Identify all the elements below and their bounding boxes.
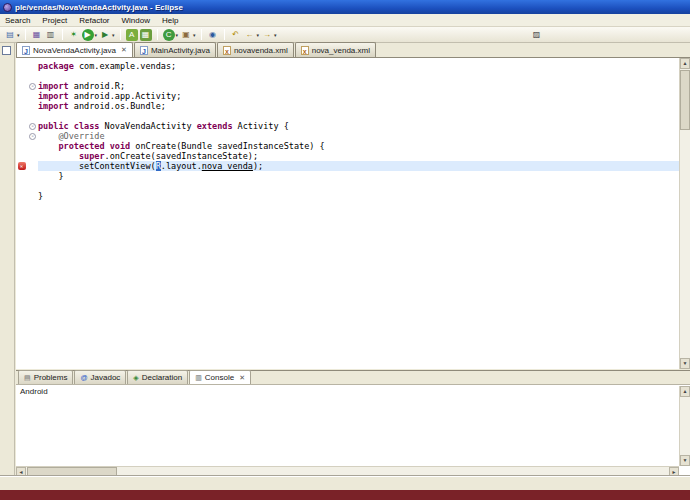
scroll-up-icon[interactable]: ▲ (680, 386, 690, 397)
code-text: import android.R; (38, 81, 679, 91)
editor-tab-mainactivity-java[interactable]: JMainActivity.java (134, 42, 216, 57)
token-p: onCreate(Bundle savedInstanceState) { (130, 141, 324, 151)
bottom-view-panel: ▤Problems@Javadoc◈Declaration▥Console✕ A… (16, 370, 690, 476)
code-line-4[interactable]: import android.app.Activity; (16, 91, 679, 101)
java-file-icon: J (140, 46, 148, 55)
view-tab-label: Console (205, 373, 234, 382)
marker-column (16, 91, 27, 101)
avd-manager-icon[interactable]: ▦ (140, 29, 152, 41)
search-icon[interactable]: ◉ (207, 29, 219, 41)
code-text: package com.example.vendas; (38, 61, 679, 71)
scroll-down-icon[interactable]: ▼ (680, 358, 690, 369)
fold-column (27, 101, 38, 111)
editor-vertical-scrollbar[interactable]: ▲ ▼ (679, 58, 690, 369)
dropdown-arrow-icon[interactable]: ▾ (193, 32, 196, 38)
editor-tab-novavenda-xml[interactable]: xnovavenda.xml (217, 42, 294, 57)
menu-help[interactable]: Help (162, 16, 178, 25)
fold-collapse-icon[interactable]: - (29, 123, 36, 130)
view-tab-problems[interactable]: ▤Problems (18, 370, 73, 384)
token-p: .onCreate(savedInstanceState); (105, 151, 259, 161)
console-horizontal-scrollbar[interactable]: ◄ ► (16, 466, 679, 476)
scrollbar-thumb[interactable] (680, 70, 690, 130)
token-p: .layout. (161, 161, 202, 171)
marker-column (16, 131, 27, 141)
android-sdk-manager-icon[interactable]: A (126, 29, 138, 41)
run-icon[interactable]: ▶▾ (82, 29, 98, 41)
code-line-3[interactable]: -import android.R; (16, 81, 679, 91)
scroll-up-icon[interactable]: ▲ (680, 58, 690, 69)
view-tab-javadoc[interactable]: @Javadoc (74, 370, 126, 384)
scroll-right-icon[interactable]: ► (669, 467, 679, 476)
code-line-12[interactable]: } (16, 171, 679, 181)
restore-view-icon[interactable] (2, 46, 11, 55)
token-p: } (38, 191, 43, 201)
fold-collapse-icon[interactable]: - (29, 83, 36, 90)
marker-column (16, 111, 27, 121)
error-marker-icon[interactable]: ✕ (18, 162, 26, 170)
menu-window[interactable]: Window (122, 16, 150, 25)
fold-collapse-icon[interactable]: - (29, 133, 36, 140)
bottom-tab-bar: ▤Problems@Javadoc◈Declaration▥Console✕ (16, 371, 690, 385)
token-p (38, 151, 79, 161)
menu-refactor[interactable]: Refactor (79, 16, 109, 25)
dropdown-arrow-icon[interactable]: ▾ (17, 32, 20, 38)
open-perspective-icon-glyph: ▨ (531, 29, 543, 41)
code-line-2[interactable] (16, 71, 679, 81)
new-java-class-icon[interactable]: C▾ (163, 29, 179, 41)
open-perspective-icon[interactable]: ▨ (531, 29, 543, 41)
token-kw: import (38, 91, 69, 101)
last-edit-location-icon[interactable]: ↶ (230, 29, 242, 41)
menu-search[interactable]: Search (5, 16, 30, 25)
bottom-maroon-bar (0, 490, 690, 500)
token-p: } (38, 171, 64, 181)
dropdown-arrow-icon[interactable]: ▾ (95, 32, 98, 38)
code-line-11[interactable]: ✕ setContentView(R.layout.nova_venda); (16, 161, 679, 171)
token-kw: package (38, 61, 74, 71)
scroll-down-icon[interactable]: ▼ (680, 455, 690, 466)
editor-tab-novavendaactivity-java[interactable]: JNovaVendaActivity.java✕ (16, 42, 133, 57)
token-p: ); (253, 161, 263, 171)
xml-file-icon: x (301, 46, 309, 55)
dropdown-arrow-icon[interactable]: ▾ (257, 32, 260, 38)
toolbar-separator (62, 29, 63, 40)
editor-tab-label: MainActivity.java (151, 46, 210, 55)
scroll-left-icon[interactable]: ◄ (16, 467, 26, 476)
save-icon[interactable]: ▦ (31, 29, 43, 41)
dropdown-arrow-icon[interactable]: ▾ (176, 32, 179, 38)
external-tools-icon[interactable]: ▶▾ (99, 29, 115, 41)
close-tab-icon[interactable]: ✕ (239, 374, 245, 382)
code-line-1[interactable]: package com.example.vendas; (16, 61, 679, 71)
back-icon[interactable]: ←▾ (244, 29, 260, 41)
menu-project[interactable]: Project (42, 16, 67, 25)
marker-column: ✕ (16, 161, 27, 171)
scrollbar-thumb[interactable] (27, 467, 117, 476)
view-tab-declaration[interactable]: ◈Declaration (127, 370, 188, 384)
editor-tab-nova-venda-xml[interactable]: xnova_venda.xml (295, 42, 376, 57)
code-area[interactable]: package com.example.vendas;-import andro… (16, 58, 679, 369)
console-output[interactable] (16, 397, 679, 466)
print-icon-glyph: ▥ (45, 29, 57, 41)
new-wizard-icon-glyph: ▤ (4, 29, 16, 41)
forward-icon[interactable]: →▾ (261, 29, 277, 41)
debug-icon[interactable]: ✶ (68, 29, 80, 41)
view-tab-console[interactable]: ▥Console✕ (189, 370, 251, 384)
dropdown-arrow-icon[interactable]: ▾ (112, 32, 115, 38)
code-line-8[interactable]: - @Override (16, 131, 679, 141)
console-vertical-scrollbar[interactable]: ▲ ▼ (679, 386, 690, 466)
print-icon[interactable]: ▥ (45, 29, 57, 41)
code-line-5[interactable]: import android.os.Bundle; (16, 101, 679, 111)
code-line-6[interactable] (16, 111, 679, 121)
token-kw: super (79, 151, 105, 161)
code-text: protected void onCreate(Bundle savedInst… (38, 141, 679, 151)
fold-column (27, 91, 38, 101)
new-wizard-icon[interactable]: ▤▾ (4, 29, 20, 41)
code-line-14[interactable]: } (16, 191, 679, 201)
code-line-7[interactable]: -public class NovaVendaActivity extends … (16, 121, 679, 131)
dropdown-arrow-icon[interactable]: ▾ (274, 32, 277, 38)
code-line-9[interactable]: protected void onCreate(Bundle savedInst… (16, 141, 679, 151)
marker-column (16, 121, 27, 131)
code-line-10[interactable]: super.onCreate(savedInstanceState); (16, 151, 679, 161)
close-tab-icon[interactable]: ✕ (121, 46, 127, 54)
new-java-package-icon[interactable]: ▣▾ (180, 29, 196, 41)
code-line-13[interactable] (16, 181, 679, 191)
